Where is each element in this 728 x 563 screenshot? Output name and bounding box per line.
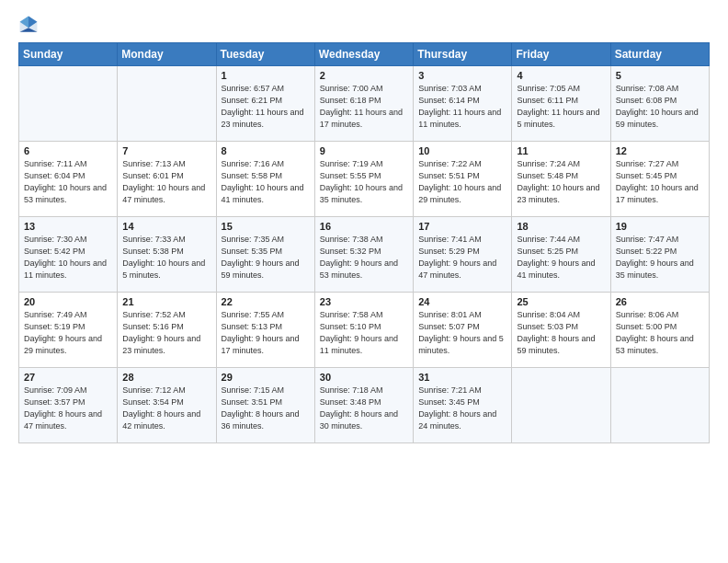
day-number: 31	[418, 372, 507, 383]
calendar-cell: 14Sunrise: 7:33 AMSunset: 5:38 PMDayligh…	[118, 217, 216, 293]
calendar-cell: 23Sunrise: 7:58 AMSunset: 5:10 PMDayligh…	[314, 293, 413, 368]
day-info: Sunrise: 7:27 AMSunset: 5:45 PMDaylight:…	[616, 158, 705, 206]
logo	[18, 15, 42, 35]
day-info: Sunrise: 7:13 AMSunset: 6:01 PMDaylight:…	[122, 158, 211, 206]
calendar-cell: 20Sunrise: 7:49 AMSunset: 5:19 PMDayligh…	[19, 293, 118, 368]
day-number: 14	[122, 221, 211, 232]
week-row-4: 20Sunrise: 7:49 AMSunset: 5:19 PMDayligh…	[19, 293, 710, 368]
calendar-cell: 2Sunrise: 7:00 AMSunset: 6:18 PMDaylight…	[314, 66, 413, 142]
day-number: 24	[418, 296, 507, 307]
day-info: Sunrise: 7:52 AMSunset: 5:16 PMDaylight:…	[122, 309, 211, 357]
day-number: 1	[222, 70, 311, 81]
weekday-header-saturday: Saturday	[610, 43, 709, 66]
calendar-body: 1Sunrise: 6:57 AMSunset: 6:21 PMDaylight…	[19, 66, 710, 443]
day-info: Sunrise: 7:11 AMSunset: 6:04 PMDaylight:…	[24, 158, 113, 206]
day-info: Sunrise: 7:05 AMSunset: 6:11 PMDaylight:…	[517, 83, 606, 131]
calendar-cell: 24Sunrise: 8:01 AMSunset: 5:07 PMDayligh…	[414, 293, 512, 368]
day-number: 2	[320, 70, 409, 81]
calendar-cell: 6Sunrise: 7:11 AMSunset: 6:04 PMDaylight…	[19, 142, 118, 217]
calendar-cell: 13Sunrise: 7:30 AMSunset: 5:42 PMDayligh…	[19, 217, 118, 293]
day-number: 21	[122, 296, 211, 307]
day-number: 20	[24, 296, 113, 307]
day-info: Sunrise: 8:06 AMSunset: 5:00 PMDaylight:…	[616, 309, 705, 357]
logo-icon	[18, 15, 39, 35]
calendar-cell	[19, 66, 118, 142]
day-number: 19	[616, 221, 705, 232]
day-info: Sunrise: 7:09 AMSunset: 3:57 PMDaylight:…	[24, 385, 113, 432]
day-number: 4	[517, 70, 606, 81]
weekday-header-sunday: Sunday	[19, 43, 118, 66]
day-info: Sunrise: 7:41 AMSunset: 5:29 PMDaylight:…	[418, 234, 507, 282]
calendar-cell: 18Sunrise: 7:44 AMSunset: 5:25 PMDayligh…	[512, 217, 610, 293]
calendar-cell	[610, 368, 709, 443]
day-number: 16	[320, 221, 409, 232]
weekday-header-monday: Monday	[118, 43, 216, 66]
calendar-cell	[512, 368, 610, 443]
day-info: Sunrise: 7:08 AMSunset: 6:08 PMDaylight:…	[616, 83, 705, 131]
day-info: Sunrise: 7:58 AMSunset: 5:10 PMDaylight:…	[320, 309, 409, 357]
calendar-cell: 30Sunrise: 7:18 AMSunset: 3:48 PMDayligh…	[314, 368, 413, 443]
weekday-header-row: SundayMondayTuesdayWednesdayThursdayFrid…	[19, 43, 710, 66]
calendar-cell: 10Sunrise: 7:22 AMSunset: 5:51 PMDayligh…	[414, 142, 512, 217]
day-number: 22	[222, 296, 311, 307]
calendar-cell: 4Sunrise: 7:05 AMSunset: 6:11 PMDaylight…	[512, 66, 610, 142]
header	[18, 15, 710, 35]
calendar-cell: 7Sunrise: 7:13 AMSunset: 6:01 PMDaylight…	[118, 142, 216, 217]
weekday-header-friday: Friday	[512, 43, 610, 66]
calendar-cell	[118, 66, 216, 142]
calendar-cell: 27Sunrise: 7:09 AMSunset: 3:57 PMDayligh…	[19, 368, 118, 443]
day-number: 12	[616, 145, 705, 156]
day-info: Sunrise: 6:57 AMSunset: 6:21 PMDaylight:…	[222, 83, 311, 131]
day-number: 8	[222, 145, 311, 156]
day-info: Sunrise: 7:44 AMSunset: 5:25 PMDaylight:…	[517, 234, 606, 282]
calendar-cell: 21Sunrise: 7:52 AMSunset: 5:16 PMDayligh…	[118, 293, 216, 368]
day-number: 6	[24, 145, 113, 156]
calendar-cell: 12Sunrise: 7:27 AMSunset: 5:45 PMDayligh…	[610, 142, 709, 217]
calendar-cell: 9Sunrise: 7:19 AMSunset: 5:55 PMDaylight…	[314, 142, 413, 217]
calendar-cell: 11Sunrise: 7:24 AMSunset: 5:48 PMDayligh…	[512, 142, 610, 217]
weekday-header-thursday: Thursday	[414, 43, 512, 66]
calendar-cell: 17Sunrise: 7:41 AMSunset: 5:29 PMDayligh…	[414, 217, 512, 293]
weekday-header-tuesday: Tuesday	[216, 43, 314, 66]
day-number: 11	[517, 145, 606, 156]
day-number: 29	[222, 372, 311, 383]
day-info: Sunrise: 7:21 AMSunset: 3:45 PMDaylight:…	[418, 385, 507, 432]
day-number: 26	[616, 296, 705, 307]
calendar-table: SundayMondayTuesdayWednesdayThursdayFrid…	[18, 42, 710, 443]
day-info: Sunrise: 7:35 AMSunset: 5:35 PMDaylight:…	[222, 234, 311, 282]
day-info: Sunrise: 7:00 AMSunset: 6:18 PMDaylight:…	[320, 83, 409, 131]
day-info: Sunrise: 8:01 AMSunset: 5:07 PMDaylight:…	[418, 309, 507, 357]
day-info: Sunrise: 7:18 AMSunset: 3:48 PMDaylight:…	[320, 385, 409, 432]
day-info: Sunrise: 7:49 AMSunset: 5:19 PMDaylight:…	[24, 309, 113, 357]
day-info: Sunrise: 7:24 AMSunset: 5:48 PMDaylight:…	[517, 158, 606, 206]
day-number: 28	[122, 372, 211, 383]
day-info: Sunrise: 7:12 AMSunset: 3:54 PMDaylight:…	[122, 385, 211, 432]
calendar-cell: 16Sunrise: 7:38 AMSunset: 5:32 PMDayligh…	[314, 217, 413, 293]
day-number: 5	[616, 70, 705, 81]
day-number: 10	[418, 145, 507, 156]
weekday-header-wednesday: Wednesday	[314, 43, 413, 66]
calendar-cell: 3Sunrise: 7:03 AMSunset: 6:14 PMDaylight…	[414, 66, 512, 142]
day-info: Sunrise: 8:04 AMSunset: 5:03 PMDaylight:…	[517, 309, 606, 357]
day-info: Sunrise: 7:33 AMSunset: 5:38 PMDaylight:…	[122, 234, 211, 282]
week-row-1: 1Sunrise: 6:57 AMSunset: 6:21 PMDaylight…	[19, 66, 710, 142]
day-number: 3	[418, 70, 507, 81]
week-row-5: 27Sunrise: 7:09 AMSunset: 3:57 PMDayligh…	[19, 368, 710, 443]
calendar-cell: 1Sunrise: 6:57 AMSunset: 6:21 PMDaylight…	[216, 66, 314, 142]
day-number: 23	[320, 296, 409, 307]
day-info: Sunrise: 7:38 AMSunset: 5:32 PMDaylight:…	[320, 234, 409, 282]
week-row-2: 6Sunrise: 7:11 AMSunset: 6:04 PMDaylight…	[19, 142, 710, 217]
calendar-cell: 31Sunrise: 7:21 AMSunset: 3:45 PMDayligh…	[414, 368, 512, 443]
day-number: 30	[320, 372, 409, 383]
calendar-cell: 26Sunrise: 8:06 AMSunset: 5:00 PMDayligh…	[610, 293, 709, 368]
day-info: Sunrise: 7:15 AMSunset: 3:51 PMDaylight:…	[222, 385, 311, 432]
day-number: 9	[320, 145, 409, 156]
day-info: Sunrise: 7:19 AMSunset: 5:55 PMDaylight:…	[320, 158, 409, 206]
calendar-cell: 8Sunrise: 7:16 AMSunset: 5:58 PMDaylight…	[216, 142, 314, 217]
day-info: Sunrise: 7:22 AMSunset: 5:51 PMDaylight:…	[418, 158, 507, 206]
calendar-cell: 22Sunrise: 7:55 AMSunset: 5:13 PMDayligh…	[216, 293, 314, 368]
day-number: 27	[24, 372, 113, 383]
day-number: 13	[24, 221, 113, 232]
day-number: 17	[418, 221, 507, 232]
day-info: Sunrise: 7:47 AMSunset: 5:22 PMDaylight:…	[616, 234, 705, 282]
